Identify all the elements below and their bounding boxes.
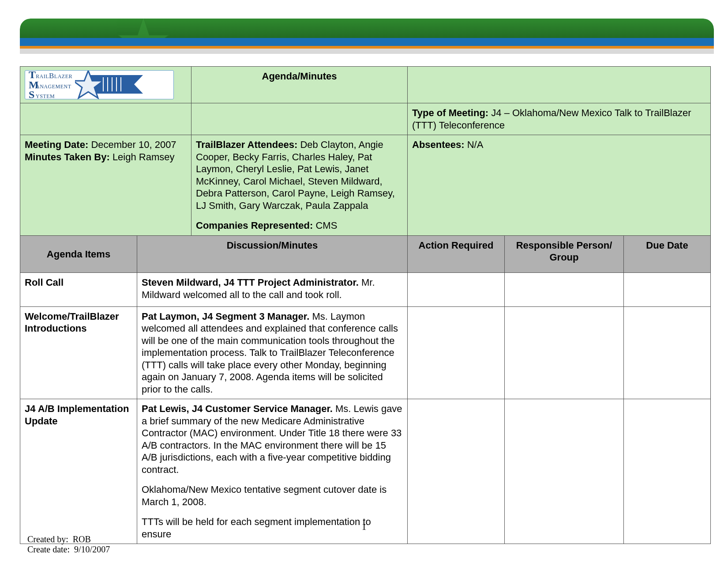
meeting-date-value: December 10, 2007	[91, 139, 176, 150]
agenda-item: Roll Call	[20, 273, 137, 307]
logo-text: TrailBlazer Management System	[29, 70, 72, 100]
action-cell	[408, 306, 505, 399]
agenda-minutes-table: TrailBlazer Management System	[20, 66, 711, 544]
meeting-type-label: Type of Meeting:	[412, 107, 488, 118]
attendees-label: TrailBlazer Attendees:	[196, 139, 297, 150]
absentees-value: N/A	[467, 139, 484, 150]
meeting-date-label: Meeting Date:	[25, 139, 88, 150]
meeting-type-cell: Type of Meeting: J4 – Oklahoma/New Mexic…	[408, 103, 711, 135]
created-by-value: ROB	[73, 534, 91, 544]
col-action: Action Required	[408, 235, 505, 273]
svg-marker-3	[75, 71, 103, 98]
agenda-item: Welcome/TrailBlazer Introductions	[20, 306, 137, 399]
col-agenda: Agenda Items	[20, 235, 137, 273]
create-date-label: Create date:	[27, 544, 70, 554]
meeting-meta-cell: Meeting Date: December 10, 2007 Minutes …	[20, 135, 191, 236]
create-date-value: 9/10/2007	[74, 544, 110, 554]
companies-value: CMS	[315, 220, 337, 231]
table-row: Welcome/TrailBlazer Introductions Pat La…	[20, 306, 711, 399]
doc-title: Agenda/Minutes	[191, 67, 408, 103]
header-blank-3	[191, 103, 408, 135]
table-row: Roll Call Steven Mildward, J4 TTT Projec…	[20, 273, 711, 307]
absentees-cell: Absentees: N/A	[408, 135, 711, 236]
footer-block: Created by: ROB Create date: 9/10/2007	[27, 534, 110, 555]
tms-logo: TrailBlazer Management System	[25, 70, 174, 99]
discussion-cell: Steven Mildward, J4 TTT Project Administ…	[137, 273, 408, 307]
col-due: Due Date	[624, 235, 711, 273]
minutes-by-label: Minutes Taken By:	[25, 151, 110, 162]
created-by-label: Created by:	[27, 534, 68, 544]
action-cell	[408, 273, 505, 307]
page-number: 1	[0, 521, 728, 533]
header-banner	[20, 19, 714, 54]
companies-label: Companies Represented:	[196, 220, 313, 231]
col-discussion: Discussion/Minutes	[137, 235, 408, 273]
responsible-cell	[505, 273, 624, 307]
header-blank-2	[20, 103, 191, 135]
logo-star-icon	[75, 73, 141, 96]
header-blank-1	[408, 67, 711, 103]
minutes-by-value: Leigh Ramsey	[113, 151, 175, 162]
absentees-label: Absentees:	[412, 139, 465, 150]
due-cell	[624, 306, 711, 399]
discussion-cell: Pat Laymon, J4 Segment 3 Manager. Ms. La…	[137, 306, 408, 399]
logo-cell: TrailBlazer Management System	[20, 67, 191, 103]
attendees-cell: TrailBlazer Attendees: Deb Clayton, Angi…	[191, 135, 408, 236]
due-cell	[624, 273, 711, 307]
document-page: TrailBlazer Management System	[0, 0, 728, 563]
col-responsible: Responsible Person/ Group	[505, 235, 624, 273]
responsible-cell	[505, 306, 624, 399]
